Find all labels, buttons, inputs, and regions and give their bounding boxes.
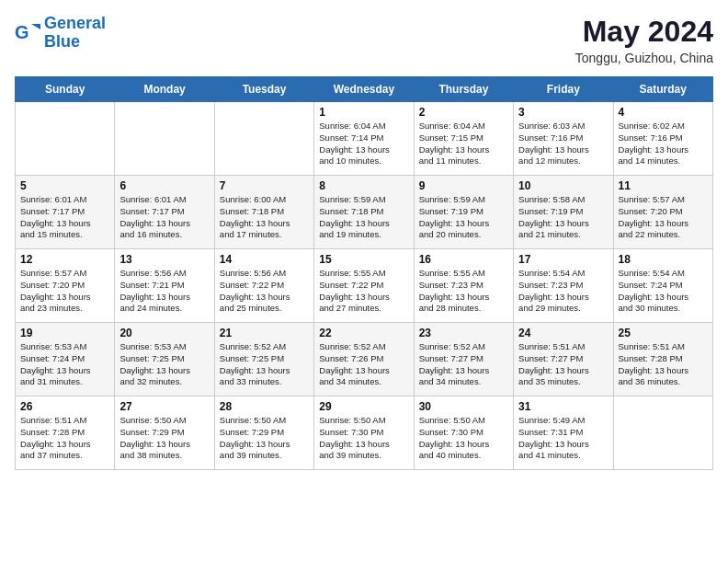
- weekday-header-monday: Monday: [115, 77, 214, 102]
- calendar-cell: 27Sunrise: 5:50 AM Sunset: 7:29 PM Dayli…: [115, 396, 214, 470]
- day-info: Sunrise: 5:50 AM Sunset: 7:30 PM Dayligh…: [319, 415, 408, 462]
- day-info: Sunrise: 5:51 AM Sunset: 7:28 PM Dayligh…: [619, 341, 708, 388]
- location: Tonggu, Guizhou, China: [575, 51, 713, 65]
- calendar-cell: 3Sunrise: 6:03 AM Sunset: 7:16 PM Daylig…: [514, 102, 613, 176]
- day-number: 9: [419, 179, 508, 192]
- weekday-header-saturday: Saturday: [613, 77, 712, 102]
- page-header: G General Blue May 2024 Tonggu, Guizhou,…: [15, 15, 713, 65]
- day-number: 29: [319, 400, 408, 413]
- day-info: Sunrise: 5:59 AM Sunset: 7:18 PM Dayligh…: [319, 194, 408, 241]
- calendar-cell: 28Sunrise: 5:50 AM Sunset: 7:29 PM Dayli…: [214, 396, 313, 470]
- day-number: 12: [20, 253, 109, 266]
- day-number: 25: [619, 327, 708, 339]
- calendar-cell: 16Sunrise: 5:55 AM Sunset: 7:23 PM Dayli…: [414, 249, 513, 323]
- calendar-cell: 14Sunrise: 5:56 AM Sunset: 7:22 PM Dayli…: [214, 249, 313, 323]
- calendar-cell: [115, 102, 214, 176]
- day-info: Sunrise: 5:50 AM Sunset: 7:29 PM Dayligh…: [119, 415, 209, 462]
- day-number: 16: [419, 253, 508, 266]
- day-info: Sunrise: 6:01 AM Sunset: 7:17 PM Dayligh…: [20, 194, 109, 241]
- day-info: Sunrise: 5:56 AM Sunset: 7:21 PM Dayligh…: [119, 268, 209, 315]
- month-year: May 2024: [575, 15, 713, 49]
- calendar-cell: 25Sunrise: 5:51 AM Sunset: 7:28 PM Dayli…: [613, 323, 712, 396]
- day-info: Sunrise: 5:54 AM Sunset: 7:23 PM Dayligh…: [518, 268, 608, 315]
- weekday-header-sunday: Sunday: [16, 77, 115, 102]
- calendar-table: SundayMondayTuesdayWednesdayThursdayFrid…: [15, 76, 713, 470]
- calendar-cell: 30Sunrise: 5:50 AM Sunset: 7:30 PM Dayli…: [414, 396, 513, 470]
- day-info: Sunrise: 5:49 AM Sunset: 7:31 PM Dayligh…: [518, 415, 608, 462]
- calendar-cell: 26Sunrise: 5:51 AM Sunset: 7:28 PM Dayli…: [16, 396, 115, 470]
- calendar-cell: 11Sunrise: 5:57 AM Sunset: 7:20 PM Dayli…: [613, 176, 712, 249]
- calendar-cell: 31Sunrise: 5:49 AM Sunset: 7:31 PM Dayli…: [514, 396, 613, 470]
- day-info: Sunrise: 6:00 AM Sunset: 7:18 PM Dayligh…: [220, 194, 309, 241]
- day-number: 7: [220, 179, 309, 192]
- day-number: 4: [619, 106, 708, 119]
- calendar-cell: 9Sunrise: 5:59 AM Sunset: 7:19 PM Daylig…: [414, 176, 513, 249]
- day-number: 30: [419, 400, 508, 413]
- logo-icon: G: [15, 20, 40, 46]
- day-info: Sunrise: 5:57 AM Sunset: 7:20 PM Dayligh…: [20, 268, 109, 315]
- day-info: Sunrise: 5:50 AM Sunset: 7:30 PM Dayligh…: [419, 415, 508, 462]
- day-info: Sunrise: 5:52 AM Sunset: 7:25 PM Dayligh…: [220, 341, 309, 388]
- day-info: Sunrise: 5:55 AM Sunset: 7:22 PM Dayligh…: [319, 268, 408, 315]
- day-number: 8: [319, 179, 408, 192]
- weekday-header-tuesday: Tuesday: [214, 77, 313, 102]
- calendar-cell: 20Sunrise: 5:53 AM Sunset: 7:25 PM Dayli…: [115, 323, 214, 396]
- day-info: Sunrise: 5:52 AM Sunset: 7:26 PM Dayligh…: [319, 341, 408, 388]
- calendar-cell: 6Sunrise: 6:01 AM Sunset: 7:17 PM Daylig…: [115, 176, 214, 249]
- day-number: 24: [518, 327, 608, 339]
- day-info: Sunrise: 6:03 AM Sunset: 7:16 PM Dayligh…: [518, 121, 608, 167]
- day-number: 11: [619, 179, 708, 192]
- calendar-cell: 7Sunrise: 6:00 AM Sunset: 7:18 PM Daylig…: [214, 176, 313, 249]
- calendar-cell: [16, 102, 115, 176]
- day-info: Sunrise: 5:54 AM Sunset: 7:24 PM Dayligh…: [619, 268, 708, 315]
- calendar-cell: 2Sunrise: 6:04 AM Sunset: 7:15 PM Daylig…: [414, 102, 513, 176]
- day-number: 17: [518, 253, 608, 266]
- day-number: 15: [319, 253, 408, 266]
- day-info: Sunrise: 5:56 AM Sunset: 7:22 PM Dayligh…: [220, 268, 309, 315]
- logo-general: General: [44, 14, 106, 32]
- day-number: 19: [20, 327, 109, 339]
- day-info: Sunrise: 5:55 AM Sunset: 7:23 PM Dayligh…: [419, 268, 508, 315]
- day-number: 26: [20, 400, 109, 413]
- day-number: 2: [419, 106, 508, 119]
- day-number: 28: [220, 400, 309, 413]
- calendar-cell: 13Sunrise: 5:56 AM Sunset: 7:21 PM Dayli…: [115, 249, 214, 323]
- calendar-cell: 19Sunrise: 5:53 AM Sunset: 7:24 PM Dayli…: [16, 323, 115, 396]
- day-number: 23: [419, 327, 508, 339]
- weekday-header-friday: Friday: [514, 77, 613, 102]
- day-info: Sunrise: 5:50 AM Sunset: 7:29 PM Dayligh…: [220, 415, 309, 462]
- calendar-cell: 29Sunrise: 5:50 AM Sunset: 7:30 PM Dayli…: [314, 396, 414, 470]
- day-number: 22: [319, 327, 408, 339]
- week-row-1: 1Sunrise: 6:04 AM Sunset: 7:14 PM Daylig…: [16, 102, 713, 176]
- day-number: 31: [518, 400, 608, 413]
- day-info: Sunrise: 5:52 AM Sunset: 7:27 PM Dayligh…: [419, 341, 508, 388]
- logo: G General Blue: [15, 15, 106, 52]
- weekday-header-thursday: Thursday: [414, 77, 513, 102]
- day-info: Sunrise: 5:57 AM Sunset: 7:20 PM Dayligh…: [619, 194, 708, 241]
- logo-blue: Blue: [44, 32, 80, 51]
- weekday-header-wednesday: Wednesday: [314, 77, 414, 102]
- title-block: May 2024 Tonggu, Guizhou, China: [575, 15, 713, 65]
- calendar-cell: 23Sunrise: 5:52 AM Sunset: 7:27 PM Dayli…: [414, 323, 513, 396]
- day-number: 1: [319, 106, 408, 119]
- day-info: Sunrise: 6:04 AM Sunset: 7:14 PM Dayligh…: [319, 121, 408, 167]
- day-info: Sunrise: 5:59 AM Sunset: 7:19 PM Dayligh…: [419, 194, 508, 241]
- calendar-cell: 15Sunrise: 5:55 AM Sunset: 7:22 PM Dayli…: [314, 249, 414, 323]
- svg-text:G: G: [15, 22, 29, 42]
- day-info: Sunrise: 6:02 AM Sunset: 7:16 PM Dayligh…: [619, 121, 708, 167]
- calendar-cell: 10Sunrise: 5:58 AM Sunset: 7:19 PM Dayli…: [514, 176, 613, 249]
- calendar-cell: [613, 396, 712, 470]
- calendar-cell: 12Sunrise: 5:57 AM Sunset: 7:20 PM Dayli…: [16, 249, 115, 323]
- day-info: Sunrise: 5:53 AM Sunset: 7:24 PM Dayligh…: [20, 341, 109, 388]
- day-number: 14: [220, 253, 309, 266]
- svg-marker-1: [31, 24, 40, 29]
- calendar-cell: 22Sunrise: 5:52 AM Sunset: 7:26 PM Dayli…: [314, 323, 414, 396]
- week-row-5: 26Sunrise: 5:51 AM Sunset: 7:28 PM Dayli…: [16, 396, 713, 470]
- week-row-2: 5Sunrise: 6:01 AM Sunset: 7:17 PM Daylig…: [16, 176, 713, 249]
- day-number: 13: [119, 253, 209, 266]
- day-number: 6: [119, 179, 209, 192]
- day-number: 3: [518, 106, 608, 119]
- day-info: Sunrise: 5:51 AM Sunset: 7:27 PM Dayligh…: [518, 341, 608, 388]
- week-row-3: 12Sunrise: 5:57 AM Sunset: 7:20 PM Dayli…: [16, 249, 713, 323]
- weekday-header-row: SundayMondayTuesdayWednesdayThursdayFrid…: [16, 77, 713, 102]
